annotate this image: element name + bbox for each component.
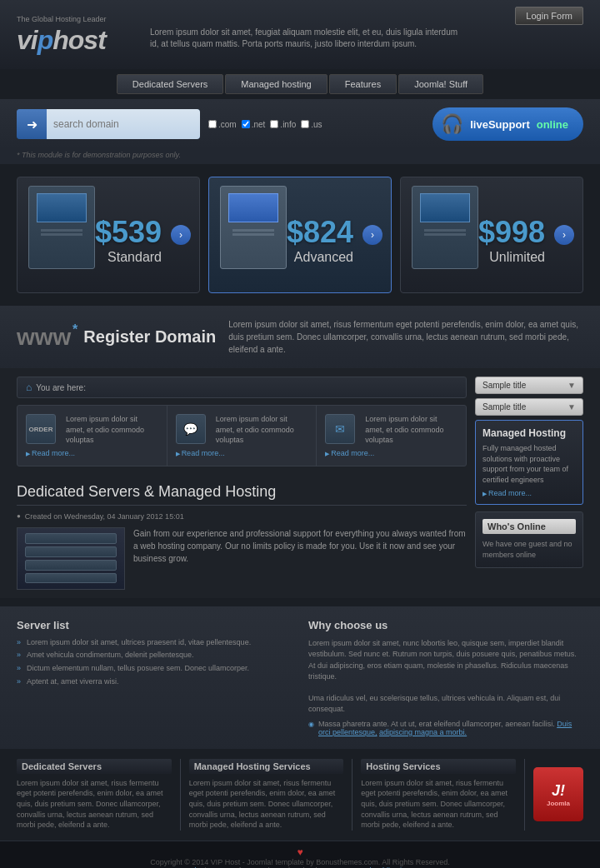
joomla-logo: J! Joomla [533,767,583,821]
heart-icon: ♥ [297,846,302,858]
joomla-sub-text: Joomla [547,800,570,807]
server-list-item-4: Aptent at, amet viverra wisi. [17,677,292,687]
search-input[interactable] [47,109,200,139]
dropdown-2-label: Sample title [482,402,526,412]
footer-hosting-text: Lorem ipsum dolor sit amet, risus fermen… [361,778,516,831]
price-arrow-advanced[interactable]: › [362,225,382,245]
joomla-badge: J! Joomla [525,759,583,831]
server-list: Lorem ipsum dolor sit amet, ultrices pra… [17,638,292,687]
feature-box-order: ORDER Lorem ipsum dolor sit amet, et odi… [18,406,168,466]
server-list-section: Server list Lorem ipsum dolor sit amet, … [17,619,292,736]
rack-unit-3 [25,560,117,571]
joomla-j-text: J! [552,782,565,800]
content-area: ⌂ You are here: ORDER Lorem ipsum dolor … [17,377,467,590]
header-description: Lorem ipsum dolor sit amet, feugiat aliq… [150,27,467,50]
header: Login Form The Global Hosting Leader vip… [0,0,600,69]
sidebar-dropdown-1[interactable]: Sample title ▼ [475,377,583,394]
footer-hosting-title: Hosting Services [361,759,516,774]
dropdown-1-arrow-icon: ▼ [568,381,576,390]
online-status: online [537,118,568,131]
feature-text-chat: Lorem ipsum dolor sit amet, et odio comm… [216,414,308,446]
nav-joomla[interactable]: Joomla! Stuff [398,74,483,94]
footer-managed-title: Managed Hosting Services [189,759,344,774]
footer-bottom: Dedicated Servers Lorem ipsum dolor sit … [0,749,600,841]
sidebar-dropdown-2[interactable]: Sample title ▼ [475,398,583,416]
nav-dedicated[interactable]: Dedicated Servers [117,74,224,94]
main-nav: Dedicated Servers Managed hosting Featur… [0,69,600,99]
search-arrow-icon: ➜ [17,109,47,139]
price-amount-standard: $539 [95,215,162,250]
why-paragraph-1: Lorem ipsum dolor sit amet, nunc loborti… [308,638,583,683]
logo-text: viphost [17,25,133,56]
footer-dedicated-text: Lorem ipsum dolor sit amet, risus fermen… [17,778,172,831]
why-choose-title: Why choose us [308,619,583,631]
managed-hosting-sidebar-title: Managed Hosting [482,427,576,439]
server-list-item-3: Dictum elementum nullam, tellus posuere … [17,664,292,674]
nav-features[interactable]: Features [329,74,397,94]
article-title: Dedicated Servers & Managed Hosting [17,475,467,506]
footer-col-hosting: Hosting Services Lorem ipsum dolor sit a… [352,759,525,831]
price-arrow-unlimited[interactable]: › [554,225,574,245]
live-support-label: liveSupport [470,118,530,131]
ext-net[interactable]: .net [242,120,266,129]
ext-com[interactable]: .com [208,120,237,129]
rack-unit-2 [25,546,117,557]
whos-online-sidebar: Who's Online We have one guest and no me… [475,511,583,567]
demo-note: * This module is for demonstration purpo… [0,149,600,164]
dropdown-2-arrow-icon: ▼ [568,402,576,412]
managed-hosting-sidebar-text: Fully managed hosted solutions with proa… [482,443,576,485]
breadcrumb: ⌂ You are here: [17,377,467,398]
ext-info[interactable]: .info [270,120,296,129]
price-plan-unlimited: Unlimited [489,250,545,265]
why-paragraph-2: Uma ridiculus vel, eu scelerisque tellus… [308,693,583,716]
price-amount-advanced: $824 [287,215,353,250]
ext-us[interactable]: .us [301,120,322,129]
nav-managed[interactable]: Managed hosting [225,74,327,94]
article-meta: Created on Wednesday, 04 January 2012 15… [17,512,467,521]
www-badge: www [17,324,71,351]
feature-text-email: Lorem ipsum dolor sit amet, et odio comm… [365,414,458,446]
feature-box-chat: 💬 Lorem ipsum dolor sit amet, et odio co… [168,406,318,466]
why-bullet-text: Massa pharetra ante. At ut ut, erat elei… [318,720,583,736]
order-icon: ORDER [26,414,56,444]
price-arrow-standard[interactable]: › [171,225,191,245]
search-section: ➜ .com .net .info .us 🎧 liveSupport onli… [0,99,600,149]
login-button[interactable]: Login Form [515,7,583,25]
managed-hosting-read-more[interactable]: Read more... [482,489,576,497]
footer-managed-text: Lorem ipsum dolor sit amet, risus fermen… [189,778,344,831]
price-card-standard[interactable]: › $539 Standard [17,177,200,293]
article-image [17,527,125,590]
footer-dedicated-title: Dedicated Servers [17,759,172,774]
pricing-section: › $539 Standard › $824 Advanced › $998 U… [0,164,600,306]
price-card-advanced[interactable]: › $824 Advanced [208,177,392,293]
read-more-chat[interactable]: Read more... [176,449,308,457]
copyright-text: Copyright © 2014 VIP Host - Joomla! temp… [150,858,450,866]
footer-col-managed: Managed Hosting Services Lorem ipsum dol… [181,759,353,831]
whos-online-title: Who's Online [482,519,576,534]
server-rack-image [25,533,117,583]
logo-area: The Global Hosting Leader viphost Lorem … [17,7,583,69]
email-icon: ✉ [325,414,355,444]
chat-icon: 💬 [176,414,206,444]
rack-unit-4 [25,573,117,584]
why-link-2[interactable]: adipiscing magna a morbi. [379,728,467,736]
register-domain-section: www Register Domain Lorem ipsum dolor si… [0,306,600,368]
why-choose-section: Why choose us Lorem ipsum dolor sit amet… [308,619,583,736]
live-support-button[interactable]: 🎧 liveSupport online [432,107,583,141]
register-description: Lorem ipsum dolor sit amet, risus fermen… [228,318,583,356]
main-section: ⌂ You are here: ORDER Lorem ipsum dolor … [0,368,600,598]
server-image-standard [24,186,99,277]
read-more-order[interactable]: Read more... [26,449,158,457]
managed-hosting-sidebar: Managed Hosting Fully managed hosted sol… [475,420,583,505]
breadcrumb-text: You are here: [36,383,86,392]
why-bullet: Massa pharetra ante. At ut ut, erat elei… [308,720,583,736]
feature-box-email: ✉ Lorem ipsum dolor sit amet, et odio co… [317,406,466,466]
very-bottom: ♥ Copyright © 2014 VIP Host - Joomla! te… [0,841,600,868]
footer-col-dedicated: Dedicated Servers Lorem ipsum dolor sit … [17,759,181,831]
headset-icon: 🎧 [441,113,463,135]
whos-online-text: We have one guest and no members online [482,539,576,560]
server-image-unlimited [408,186,482,277]
sidebar: Sample title ▼ Sample title ▼ Managed Ho… [475,377,583,590]
price-card-unlimited[interactable]: › $998 Unlimited [400,177,583,293]
read-more-email[interactable]: Read more... [325,449,458,457]
